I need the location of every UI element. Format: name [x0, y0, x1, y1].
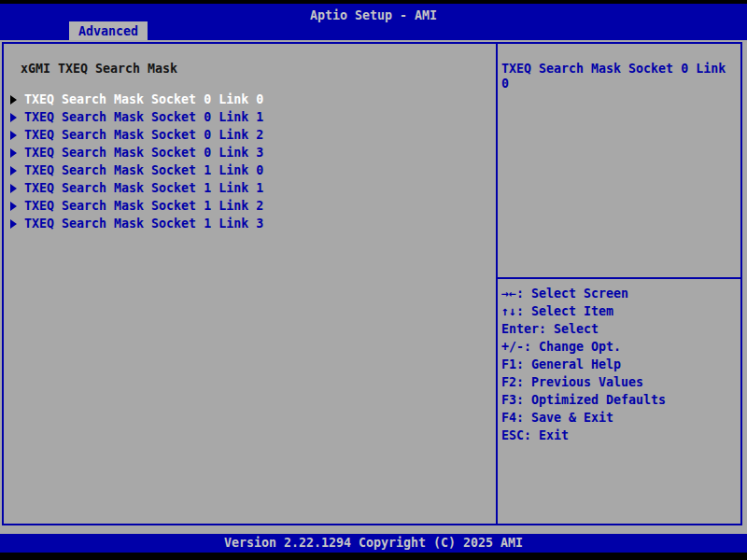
menu-item-label: TXEQ Search Mask Socket 1 Link 0 [24, 163, 263, 178]
key-hint: F2: Previous Values [501, 373, 737, 391]
key-hint: Enter: Select [501, 320, 737, 338]
footer-bar: Version 2.22.1294 Copyright (C) 2025 AMI [0, 534, 747, 553]
key-hint: ↑↓: Select Item [501, 302, 737, 320]
menu-item[interactable]: TXEQ Search Mask Socket 1 Link 1 [4, 179, 496, 197]
menu-item[interactable]: TXEQ Search Mask Socket 0 Link 3 [4, 144, 496, 161]
menu-item[interactable]: TXEQ Search Mask Socket 0 Link 2 [4, 126, 496, 144]
key-hint: +/-: Change Opt. [501, 338, 737, 356]
submenu-arrow-icon [10, 166, 17, 175]
tab-advanced[interactable]: Advanced [69, 21, 148, 40]
submenu-arrow-icon [10, 95, 17, 105]
menu-item[interactable]: TXEQ Search Mask Socket 1 Link 3 [4, 215, 496, 232]
key-hint: F3: Optimized Defaults [501, 391, 737, 409]
menu-item[interactable]: TXEQ Search Mask Socket 0 Link 0 [4, 91, 496, 108]
key-hint: F1: General Help [501, 356, 737, 373]
menu-item-label: TXEQ Search Mask Socket 0 Link 1 [24, 110, 263, 125]
help-pane: TXEQ Search Mask Socket 0 Link 0 →←: Sel… [498, 44, 740, 524]
key-hint: ESC: Exit [501, 427, 737, 444]
menu-item-label: TXEQ Search Mask Socket 1 Link 3 [24, 217, 263, 231]
bottom-black-strip [0, 553, 747, 560]
menu-item-label: TXEQ Search Mask Socket 0 Link 3 [24, 146, 263, 161]
menu-list: TXEQ Search Mask Socket 0 Link 0 TXEQ Se… [4, 91, 496, 232]
submenu-arrow-icon [10, 202, 17, 211]
page-title: xGMI TXEQ Search Mask [21, 62, 496, 77]
submenu-arrow-icon [10, 219, 17, 229]
menu-item-label: TXEQ Search Mask Socket 1 Link 1 [24, 181, 263, 196]
submenu-arrow-icon [10, 148, 17, 158]
key-hint: →←: Select Screen [501, 285, 737, 302]
menu-item[interactable]: TXEQ Search Mask Socket 1 Link 2 [4, 197, 496, 215]
item-help-text: TXEQ Search Mask Socket 0 Link 0 [498, 44, 740, 277]
header-bar: Aptio Setup - AMI Advanced [0, 4, 747, 40]
key-legend: →←: Select Screen↑↓: Select ItemEnter: S… [498, 279, 740, 444]
bios-setup-screen: Aptio Setup - AMI Advanced xGMI TXEQ Sea… [0, 0, 747, 560]
menu-pane: xGMI TXEQ Search Mask TXEQ Search Mask S… [4, 44, 496, 524]
submenu-arrow-icon [10, 113, 17, 122]
submenu-arrow-icon [10, 184, 17, 193]
menu-item-label: TXEQ Search Mask Socket 1 Link 2 [24, 199, 263, 214]
menu-item[interactable]: TXEQ Search Mask Socket 1 Link 0 [4, 161, 496, 179]
version-text: Version 2.22.1294 Copyright (C) 2025 AMI [224, 536, 523, 551]
main-panel: xGMI TXEQ Search Mask TXEQ Search Mask S… [2, 42, 742, 525]
menu-item[interactable]: TXEQ Search Mask Socket 0 Link 1 [4, 108, 496, 126]
key-hint: F4: Save & Exit [501, 409, 737, 427]
menu-item-label: TXEQ Search Mask Socket 0 Link 0 [24, 92, 263, 107]
menu-item-label: TXEQ Search Mask Socket 0 Link 2 [24, 128, 263, 143]
submenu-arrow-icon [10, 131, 17, 140]
